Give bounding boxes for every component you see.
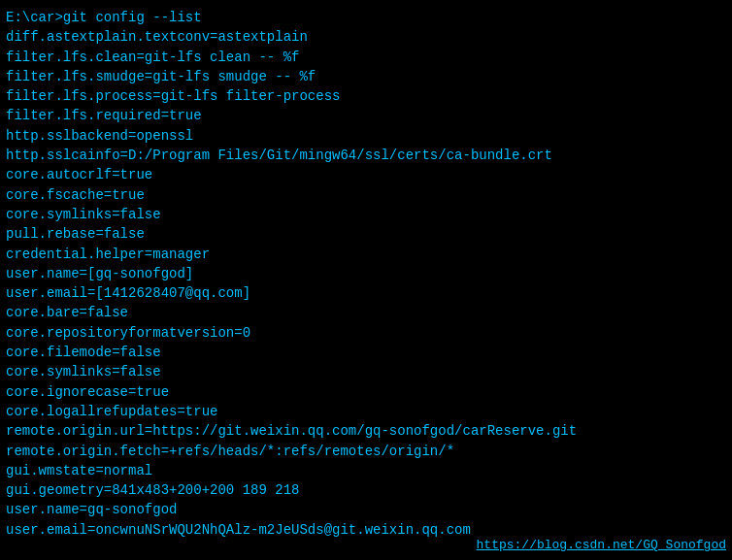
terminal-line: http.sslbackend=openssl xyxy=(6,126,726,146)
terminal-line: filter.lfs.required=true xyxy=(6,106,726,125)
terminal-line: filter.lfs.process=git-lfs filter-proces… xyxy=(6,86,726,106)
terminal-line: gui.geometry=841x483+200+200 189 218 xyxy=(6,480,726,500)
terminal-line: filter.lfs.smudge=git-lfs smudge -- %f xyxy=(6,67,726,86)
watermark: https://blog.csdn.net/GQ_Sonofgod xyxy=(477,538,726,552)
terminal-line: filter.lfs.clean=git-lfs clean -- %f xyxy=(6,48,726,67)
terminal-line: user.email=oncwnuNSrWQU2NhQAlz-m2JeUSds@… xyxy=(6,520,726,540)
terminal-line: E:\car>git config --list xyxy=(6,8,726,27)
terminal-line: pull.rebase=false xyxy=(6,224,726,244)
terminal-line: core.symlinks=false xyxy=(6,362,726,381)
terminal-line: user.email=[1412628407@qq.com] xyxy=(6,283,726,303)
terminal-line: core.autocrlf=true xyxy=(6,165,726,184)
terminal-line: core.logallrefupdates=true xyxy=(6,402,726,421)
terminal-line: core.ignorecase=true xyxy=(6,382,726,402)
terminal-window: E:\car>git config --listdiff.astextplain… xyxy=(0,0,732,560)
terminal-line: user.name=gq-sonofgod xyxy=(6,500,726,519)
terminal-line: core.fscache=true xyxy=(6,185,726,205)
terminal-line: remote.origin.fetch=+refs/heads/*:refs/r… xyxy=(6,442,726,461)
terminal-line: core.filemode=false xyxy=(6,343,726,362)
terminal-line: core.repositoryformatversion=0 xyxy=(6,323,726,343)
terminal-line: gui.wmstate=normal xyxy=(6,461,726,480)
terminal-line: credential.helper=manager xyxy=(6,245,726,264)
terminal-line: user.name=[gq-sonofgod] xyxy=(6,264,726,283)
terminal-line: core.bare=false xyxy=(6,303,726,322)
terminal-line: http.sslcainfo=D:/Program Files/Git/ming… xyxy=(6,146,726,165)
terminal-line: diff.astextplain.textconv=astextplain xyxy=(6,27,726,47)
terminal-line: remote.origin.url=https://git.weixin.qq.… xyxy=(6,421,726,441)
terminal-line: core.symlinks=false xyxy=(6,205,726,224)
